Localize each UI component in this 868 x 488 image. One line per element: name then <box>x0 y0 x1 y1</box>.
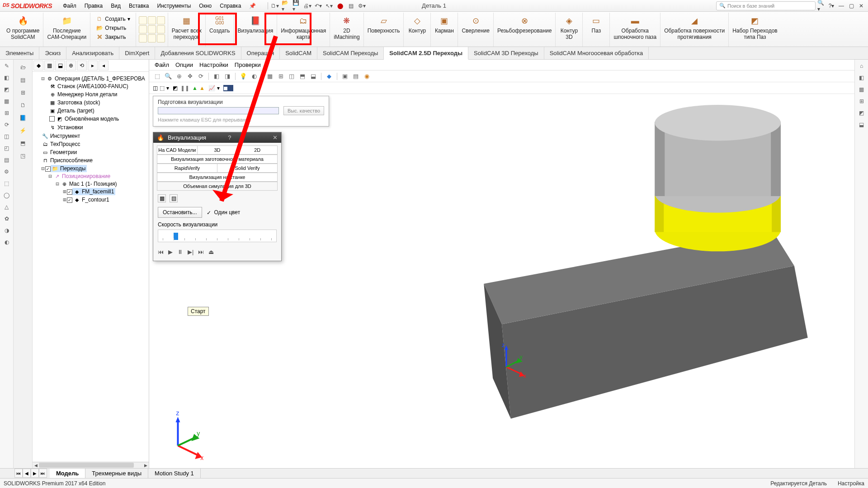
sim-ico-2[interactable]: ▤ <box>170 194 178 202</box>
ribbon-surface[interactable]: ▱Поверхность <box>364 13 404 47</box>
node-updated[interactable]: ◩Обновлённая модель <box>48 115 120 122</box>
node-transitions[interactable]: 📁Переходы <box>51 165 87 172</box>
high-quality-button[interactable]: Выс. качество <box>283 106 324 115</box>
rt-2[interactable]: ◧ <box>857 73 866 82</box>
vt2-9[interactable]: 📈 <box>208 85 215 91</box>
undo-icon[interactable]: ↶▾ <box>314 2 322 10</box>
help-icon[interactable]: ?▾ <box>827 2 835 10</box>
ribbon-keyway[interactable]: ▬Обработка шпоночного паза <box>610 13 660 47</box>
ribbon-contour3d[interactable]: ◈Контур 3D <box>556 13 583 47</box>
btab-3dviews[interactable]: Трехмерные виды <box>85 469 148 478</box>
one-color-checkbox[interactable]: ✓Один цвет <box>207 209 241 216</box>
menu-file[interactable]: Файл <box>59 1 80 10</box>
grid-ico-3[interactable] <box>157 16 165 24</box>
tt-6[interactable]: ▸ <box>88 61 98 70</box>
ts-ico-11[interactable]: ⬚ <box>2 179 11 188</box>
options-icon[interactable]: ▤ <box>347 2 355 10</box>
vt-17[interactable]: ▤ <box>351 72 360 81</box>
scroll-left-icon[interactable]: ◀ <box>33 462 39 468</box>
rt-5[interactable]: ◩ <box>857 108 866 117</box>
pt-2[interactable]: ▤ <box>18 75 28 85</box>
maximize-icon[interactable]: ▢ <box>847 2 855 10</box>
node-zeromgr[interactable]: ⊕Менеджер Ноля детали <box>48 91 118 98</box>
node-setups[interactable]: ↯Установки <box>48 124 84 131</box>
ts-ico-16[interactable]: ◐ <box>2 238 11 247</box>
speed-slider[interactable] <box>158 230 277 242</box>
node-root[interactable]: ⚙Операция (ДЕТАЛЬ 1_ФРЕЗЕРОВА <box>45 75 146 82</box>
vt-10[interactable]: ▦ <box>265 72 274 81</box>
tab-analyze[interactable]: Анализировать <box>66 47 119 59</box>
node-facemill[interactable]: ◆FM_facemill1 <box>72 188 115 195</box>
grid-ico-7[interactable] <box>139 34 147 42</box>
ts-ico-6[interactable]: ⟳ <box>2 120 11 129</box>
ts-ico-14[interactable]: ✿ <box>2 214 11 223</box>
vt2-6[interactable]: ‖ <box>186 85 189 91</box>
simtab-3d[interactable]: 3D <box>198 145 238 154</box>
rt-4[interactable]: ⊞ <box>857 97 866 106</box>
sim-ico-1[interactable]: ▦ <box>158 194 166 202</box>
ts-ico-13[interactable]: △ <box>2 202 11 211</box>
stop-button[interactable]: Остановить... <box>158 207 202 218</box>
ts-ico-1[interactable]: ✎ <box>2 61 11 70</box>
tree-hscroll[interactable]: ◀ ▶ <box>33 462 149 468</box>
rt-6[interactable]: ⬓ <box>857 120 866 129</box>
node-mac1[interactable]: ⊕Mac 1 (1- Позиция) <box>60 180 118 188</box>
skip-back-icon[interactable]: ⏮ <box>158 249 164 255</box>
vt-9[interactable]: ◐ <box>250 72 259 81</box>
tab-elements[interactable]: Элементы <box>0 47 39 59</box>
vt-18[interactable]: ◉ <box>362 72 371 81</box>
btab-model[interactable]: Модель <box>50 469 85 478</box>
node-tool[interactable]: 🔧Инструмент <box>41 132 81 140</box>
ribbon-contour[interactable]: ◇Контур <box>404 13 431 47</box>
simtab-machine[interactable]: Визуализация на станке <box>157 173 278 181</box>
sim-close-icon[interactable]: ✕ <box>273 134 278 141</box>
scroll-thumb[interactable] <box>39 463 134 468</box>
tab-sc-transitions[interactable]: SolidCAM Переходы <box>317 47 384 59</box>
save-icon[interactable]: 💾▾ <box>292 2 301 10</box>
tt-2[interactable]: ▦ <box>44 61 54 70</box>
grid-ico-9[interactable] <box>157 34 165 42</box>
vt-16[interactable]: ▣ <box>340 72 349 81</box>
vt2-4[interactable]: ◩ <box>173 85 178 91</box>
vpm-file[interactable]: Файл <box>155 61 169 68</box>
vt2-7[interactable]: ▲ <box>192 85 198 91</box>
ribbon-about[interactable]: 🔥О программе SolidCAM <box>3 13 43 47</box>
pt-1[interactable]: 🗁 <box>18 62 28 72</box>
pt-8[interactable]: ◳ <box>18 151 28 161</box>
vt-1[interactable]: ⬚ <box>153 72 162 81</box>
create-button[interactable]: 🗋Создать ▾ <box>94 15 132 23</box>
open-icon[interactable]: 📂▾ <box>282 2 290 10</box>
vt2-3[interactable]: ▾ <box>166 85 169 91</box>
vt-15[interactable]: ◆ <box>325 72 334 81</box>
search-dropdown-icon[interactable]: 🔍▾ <box>817 2 826 10</box>
menu-pin-icon[interactable]: 📌 <box>245 1 259 10</box>
grid-ico-8[interactable] <box>148 34 156 42</box>
vt2-5[interactable]: ‖ <box>181 85 184 91</box>
tt-5[interactable]: ⟲ <box>77 61 87 70</box>
exp-transitions[interactable]: ⊟ <box>41 165 45 172</box>
ribbon-info-card[interactable]: 🗂Информационная карта <box>277 13 330 47</box>
ribbon-slot[interactable]: ▭Паз <box>583 13 610 47</box>
ts-ico-9[interactable]: ▤ <box>2 155 11 164</box>
ts-ico-4[interactable]: ▦ <box>2 97 11 106</box>
minimize-icon[interactable]: — <box>837 2 845 10</box>
menu-view[interactable]: Вид <box>107 1 124 10</box>
simtab-stockviz[interactable]: Визуализация заготовочного материала <box>157 155 278 163</box>
settings-icon[interactable]: ⚙▾ <box>358 2 366 10</box>
pt-7[interactable]: ⬒ <box>18 138 28 148</box>
tt-4[interactable]: ⊕ <box>66 61 76 70</box>
menu-edit[interactable]: Правка <box>81 1 107 10</box>
ribbon-recent[interactable]: 📁Последние CAM-Операции <box>43 13 90 47</box>
vt2-1[interactable]: ◫ <box>153 85 158 91</box>
vt2-2[interactable]: ⬚ <box>160 85 165 91</box>
vt-6[interactable]: ◧ <box>212 72 221 81</box>
ts-ico-8[interactable]: ◰ <box>2 144 11 153</box>
simtab-2d[interactable]: 2D <box>237 145 278 154</box>
tab-dimxpert[interactable]: DimXpert <box>119 47 155 59</box>
sim-titlebar[interactable]: 🔥 Визуализация ? ✕ <box>153 132 281 143</box>
simtab-solid[interactable]: Solid Verify <box>217 164 278 172</box>
ribbon-pocket[interactable]: ▣Карман <box>431 13 458 47</box>
search-input[interactable]: 🔍 Поиск в базе знаний <box>716 1 816 10</box>
menu-tools[interactable]: Инструменты <box>154 1 195 10</box>
exp-pos[interactable]: ⊟ <box>48 173 52 179</box>
